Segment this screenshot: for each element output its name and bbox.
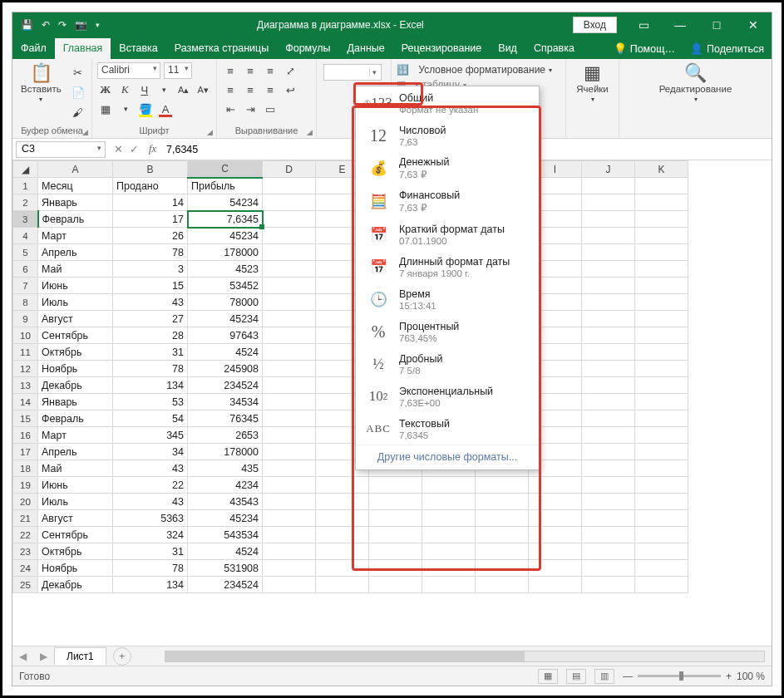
row-header[interactable]: 1 [13,178,38,194]
cell[interactable] [582,560,635,577]
cell[interactable]: Июль [38,494,113,510]
cell[interactable]: 15 [113,278,188,294]
cell[interactable] [635,427,688,444]
row-header[interactable]: 8 [13,294,38,311]
cell[interactable]: 31 [113,344,188,361]
cell[interactable] [263,560,316,577]
fill-color-button[interactable]: 🪣 [137,101,154,117]
cell[interactable] [263,261,316,278]
fx-icon[interactable]: fx [144,143,161,155]
italic-button[interactable]: К [117,81,134,98]
cell[interactable]: 234524 [188,377,263,394]
minimize-button[interactable]: — [662,18,698,32]
cell[interactable] [316,527,369,543]
cell[interactable]: 4524 [188,344,263,361]
cell[interactable]: 43543 [188,494,263,510]
cell[interactable] [582,211,635,228]
cancel-entry-icon[interactable]: ✕ [114,143,123,155]
row-header[interactable]: 16 [13,427,38,444]
row-header[interactable]: 5 [13,244,38,261]
cell[interactable]: 78 [113,244,188,261]
cell[interactable] [582,344,635,361]
cell[interactable] [635,194,688,211]
cell[interactable]: 45234 [188,228,263,244]
align-top-button[interactable]: ≡ [222,62,239,79]
cell[interactable]: 5363 [113,510,188,527]
cell[interactable] [582,543,635,560]
cell[interactable] [369,510,422,527]
cell[interactable]: Март [38,427,113,444]
cell[interactable] [582,311,635,327]
cell[interactable] [263,294,316,311]
cell[interactable] [369,577,422,593]
cell[interactable] [263,543,316,560]
cell[interactable] [582,178,635,194]
cell[interactable]: Июнь [38,477,113,494]
row-header[interactable]: 19 [13,477,38,494]
cell[interactable] [582,410,635,427]
cell[interactable] [263,244,316,261]
cell[interactable]: 53452 [188,278,263,294]
cell[interactable]: Октябрь [38,543,113,560]
undo-icon[interactable]: ↶ [42,19,50,31]
cell[interactable] [316,577,369,593]
cell[interactable] [476,510,529,527]
sign-in-button[interactable]: Вход [573,17,617,33]
row-header[interactable]: 18 [13,460,38,477]
cell[interactable] [263,494,316,510]
cell[interactable] [422,543,476,560]
merge-button[interactable]: ▭ [262,101,279,117]
cell[interactable] [422,510,476,527]
row-header[interactable]: 9 [13,311,38,327]
cell[interactable]: Май [38,460,113,477]
tab-page-layout[interactable]: Разметка страницы [166,38,277,59]
row-header[interactable]: 23 [13,543,38,560]
cell[interactable] [635,228,688,244]
horizontal-scrollbar[interactable] [165,651,765,662]
cell[interactable]: Август [38,510,113,527]
cell[interactable]: Январь [38,394,113,410]
zoom-control[interactable]: — + 100 % [623,671,765,682]
more-formats-link[interactable]: Другие числовые форматы... [356,445,539,469]
align-center-button[interactable]: ≡ [242,81,259,98]
confirm-entry-icon[interactable]: ✓ [130,143,139,155]
cell[interactable] [635,344,688,361]
cell[interactable]: Май [38,261,113,278]
dialog-launcher-icon[interactable]: ◢ [307,128,313,136]
increase-font-button[interactable]: A▴ [175,81,192,98]
tab-formulas[interactable]: Формулы [277,38,338,59]
row-header[interactable]: 11 [13,344,38,361]
cell[interactable] [582,261,635,278]
cell[interactable] [263,477,316,494]
cell[interactable] [635,211,688,228]
cell[interactable] [635,494,688,510]
dialog-launcher-icon[interactable]: ◢ [82,128,88,136]
cell[interactable]: Сентябрь [38,327,113,344]
tab-review[interactable]: Рецензирование [393,38,491,59]
cell[interactable] [369,543,422,560]
cell[interactable] [582,278,635,294]
format-number[interactable]: 12Числовой7,63 [356,119,539,151]
cell[interactable] [316,560,369,577]
cell[interactable] [529,577,582,593]
cell[interactable]: 34534 [188,394,263,410]
cell[interactable]: 3 [113,261,188,278]
cell[interactable]: 43 [113,294,188,311]
cell[interactable] [635,394,688,410]
cell[interactable] [635,444,688,460]
select-all-button[interactable]: ◢ [13,161,38,178]
column-header[interactable]: A [38,161,113,178]
format-text[interactable]: ABCТекстовый7,6345 [356,412,539,445]
cells-button[interactable]: ▦ Ячейки ▾ [571,62,614,105]
cell[interactable] [263,527,316,543]
cell[interactable] [263,427,316,444]
column-header[interactable]: D [263,161,316,178]
cell[interactable]: 43 [113,494,188,510]
cell[interactable]: 245908 [188,361,263,377]
close-button[interactable]: ✕ [735,18,772,32]
cell[interactable]: 4234 [188,477,263,494]
cell[interactable] [582,294,635,311]
cell[interactable]: Декабрь [38,577,113,593]
format-painter-icon[interactable]: 🖌 [70,104,86,120]
cell[interactable]: 17 [113,211,188,228]
